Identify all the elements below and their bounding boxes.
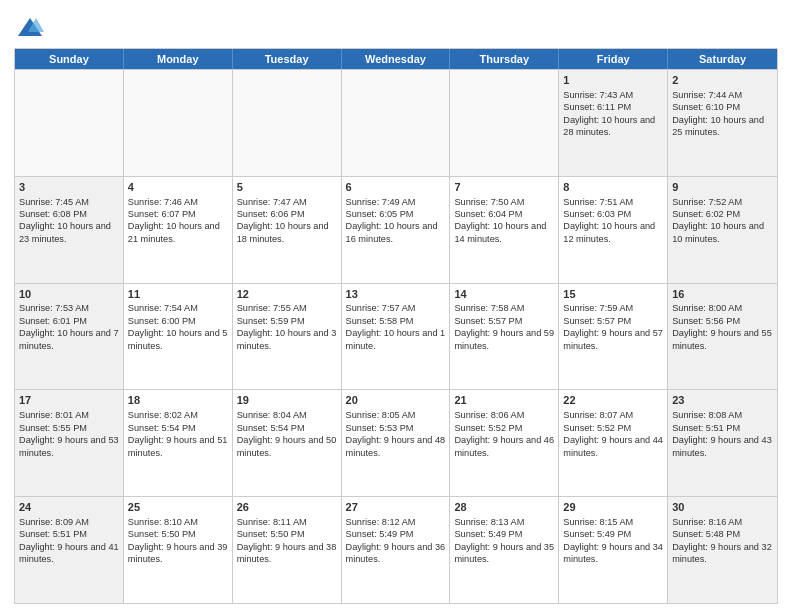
logo xyxy=(14,14,44,42)
header xyxy=(14,10,778,42)
calendar-row-4: 17Sunrise: 8:01 AMSunset: 5:55 PMDayligh… xyxy=(15,389,777,496)
calendar: SundayMondayTuesdayWednesdayThursdayFrid… xyxy=(14,48,778,604)
day-number: 11 xyxy=(128,287,228,302)
calendar-cell: 8Sunrise: 7:51 AMSunset: 6:03 PMDaylight… xyxy=(559,177,668,283)
day-info: Sunrise: 7:57 AMSunset: 5:58 PMDaylight:… xyxy=(346,303,446,350)
calendar-cell xyxy=(233,70,342,176)
day-info: Sunrise: 8:16 AMSunset: 5:48 PMDaylight:… xyxy=(672,517,772,564)
day-header-thursday: Thursday xyxy=(450,49,559,69)
day-info: Sunrise: 7:55 AMSunset: 5:59 PMDaylight:… xyxy=(237,303,337,350)
calendar-cell: 12Sunrise: 7:55 AMSunset: 5:59 PMDayligh… xyxy=(233,284,342,390)
day-number: 22 xyxy=(563,393,663,408)
day-number: 15 xyxy=(563,287,663,302)
day-info: Sunrise: 7:45 AMSunset: 6:08 PMDaylight:… xyxy=(19,197,111,244)
day-number: 24 xyxy=(19,500,119,515)
calendar-row-2: 3Sunrise: 7:45 AMSunset: 6:08 PMDaylight… xyxy=(15,176,777,283)
calendar-cell: 23Sunrise: 8:08 AMSunset: 5:51 PMDayligh… xyxy=(668,390,777,496)
day-number: 30 xyxy=(672,500,773,515)
calendar-cell: 13Sunrise: 7:57 AMSunset: 5:58 PMDayligh… xyxy=(342,284,451,390)
day-number: 3 xyxy=(19,180,119,195)
day-number: 6 xyxy=(346,180,446,195)
day-number: 18 xyxy=(128,393,228,408)
calendar-row-3: 10Sunrise: 7:53 AMSunset: 6:01 PMDayligh… xyxy=(15,283,777,390)
logo-icon xyxy=(16,14,44,42)
calendar-cell: 30Sunrise: 8:16 AMSunset: 5:48 PMDayligh… xyxy=(668,497,777,603)
day-info: Sunrise: 8:08 AMSunset: 5:51 PMDaylight:… xyxy=(672,410,772,457)
calendar-cell: 15Sunrise: 7:59 AMSunset: 5:57 PMDayligh… xyxy=(559,284,668,390)
day-number: 23 xyxy=(672,393,773,408)
calendar-cell: 5Sunrise: 7:47 AMSunset: 6:06 PMDaylight… xyxy=(233,177,342,283)
day-number: 17 xyxy=(19,393,119,408)
day-info: Sunrise: 8:10 AMSunset: 5:50 PMDaylight:… xyxy=(128,517,228,564)
day-info: Sunrise: 8:11 AMSunset: 5:50 PMDaylight:… xyxy=(237,517,337,564)
day-number: 12 xyxy=(237,287,337,302)
day-info: Sunrise: 8:09 AMSunset: 5:51 PMDaylight:… xyxy=(19,517,119,564)
day-number: 19 xyxy=(237,393,337,408)
day-info: Sunrise: 8:15 AMSunset: 5:49 PMDaylight:… xyxy=(563,517,663,564)
day-number: 29 xyxy=(563,500,663,515)
calendar-cell: 2Sunrise: 7:44 AMSunset: 6:10 PMDaylight… xyxy=(668,70,777,176)
day-number: 14 xyxy=(454,287,554,302)
calendar-cell: 27Sunrise: 8:12 AMSunset: 5:49 PMDayligh… xyxy=(342,497,451,603)
day-number: 21 xyxy=(454,393,554,408)
calendar-cell: 3Sunrise: 7:45 AMSunset: 6:08 PMDaylight… xyxy=(15,177,124,283)
day-header-friday: Friday xyxy=(559,49,668,69)
calendar-cell: 14Sunrise: 7:58 AMSunset: 5:57 PMDayligh… xyxy=(450,284,559,390)
day-number: 13 xyxy=(346,287,446,302)
page: SundayMondayTuesdayWednesdayThursdayFrid… xyxy=(0,0,792,612)
calendar-cell xyxy=(450,70,559,176)
day-number: 20 xyxy=(346,393,446,408)
day-number: 27 xyxy=(346,500,446,515)
calendar-cell: 20Sunrise: 8:05 AMSunset: 5:53 PMDayligh… xyxy=(342,390,451,496)
calendar-cell: 9Sunrise: 7:52 AMSunset: 6:02 PMDaylight… xyxy=(668,177,777,283)
calendar-header-row: SundayMondayTuesdayWednesdayThursdayFrid… xyxy=(15,49,777,69)
day-number: 25 xyxy=(128,500,228,515)
day-info: Sunrise: 8:12 AMSunset: 5:49 PMDaylight:… xyxy=(346,517,446,564)
calendar-cell: 24Sunrise: 8:09 AMSunset: 5:51 PMDayligh… xyxy=(15,497,124,603)
calendar-cell: 21Sunrise: 8:06 AMSunset: 5:52 PMDayligh… xyxy=(450,390,559,496)
calendar-cell: 16Sunrise: 8:00 AMSunset: 5:56 PMDayligh… xyxy=(668,284,777,390)
day-info: Sunrise: 8:07 AMSunset: 5:52 PMDaylight:… xyxy=(563,410,663,457)
calendar-cell xyxy=(15,70,124,176)
day-number: 7 xyxy=(454,180,554,195)
day-header-tuesday: Tuesday xyxy=(233,49,342,69)
day-info: Sunrise: 7:54 AMSunset: 6:00 PMDaylight:… xyxy=(128,303,228,350)
day-number: 9 xyxy=(672,180,773,195)
day-info: Sunrise: 7:59 AMSunset: 5:57 PMDaylight:… xyxy=(563,303,663,350)
day-info: Sunrise: 7:44 AMSunset: 6:10 PMDaylight:… xyxy=(672,90,764,137)
day-info: Sunrise: 8:13 AMSunset: 5:49 PMDaylight:… xyxy=(454,517,554,564)
calendar-cell: 25Sunrise: 8:10 AMSunset: 5:50 PMDayligh… xyxy=(124,497,233,603)
day-number: 8 xyxy=(563,180,663,195)
calendar-cell: 7Sunrise: 7:50 AMSunset: 6:04 PMDaylight… xyxy=(450,177,559,283)
day-number: 26 xyxy=(237,500,337,515)
day-number: 16 xyxy=(672,287,773,302)
day-info: Sunrise: 7:58 AMSunset: 5:57 PMDaylight:… xyxy=(454,303,554,350)
day-info: Sunrise: 7:51 AMSunset: 6:03 PMDaylight:… xyxy=(563,197,655,244)
day-info: Sunrise: 7:49 AMSunset: 6:05 PMDaylight:… xyxy=(346,197,438,244)
day-number: 4 xyxy=(128,180,228,195)
calendar-cell: 26Sunrise: 8:11 AMSunset: 5:50 PMDayligh… xyxy=(233,497,342,603)
day-info: Sunrise: 7:47 AMSunset: 6:06 PMDaylight:… xyxy=(237,197,329,244)
day-info: Sunrise: 7:50 AMSunset: 6:04 PMDaylight:… xyxy=(454,197,546,244)
calendar-cell xyxy=(124,70,233,176)
day-info: Sunrise: 8:01 AMSunset: 5:55 PMDaylight:… xyxy=(19,410,119,457)
calendar-body: 1Sunrise: 7:43 AMSunset: 6:11 PMDaylight… xyxy=(15,69,777,603)
day-info: Sunrise: 8:00 AMSunset: 5:56 PMDaylight:… xyxy=(672,303,772,350)
day-info: Sunrise: 8:06 AMSunset: 5:52 PMDaylight:… xyxy=(454,410,554,457)
calendar-row-5: 24Sunrise: 8:09 AMSunset: 5:51 PMDayligh… xyxy=(15,496,777,603)
day-number: 1 xyxy=(563,73,663,88)
calendar-cell: 11Sunrise: 7:54 AMSunset: 6:00 PMDayligh… xyxy=(124,284,233,390)
calendar-cell: 6Sunrise: 7:49 AMSunset: 6:05 PMDaylight… xyxy=(342,177,451,283)
calendar-cell: 18Sunrise: 8:02 AMSunset: 5:54 PMDayligh… xyxy=(124,390,233,496)
day-number: 2 xyxy=(672,73,773,88)
day-header-saturday: Saturday xyxy=(668,49,777,69)
calendar-cell xyxy=(342,70,451,176)
calendar-cell: 10Sunrise: 7:53 AMSunset: 6:01 PMDayligh… xyxy=(15,284,124,390)
day-info: Sunrise: 7:46 AMSunset: 6:07 PMDaylight:… xyxy=(128,197,220,244)
calendar-cell: 28Sunrise: 8:13 AMSunset: 5:49 PMDayligh… xyxy=(450,497,559,603)
calendar-cell: 22Sunrise: 8:07 AMSunset: 5:52 PMDayligh… xyxy=(559,390,668,496)
day-info: Sunrise: 7:53 AMSunset: 6:01 PMDaylight:… xyxy=(19,303,119,350)
calendar-cell: 1Sunrise: 7:43 AMSunset: 6:11 PMDaylight… xyxy=(559,70,668,176)
day-number: 28 xyxy=(454,500,554,515)
calendar-cell: 4Sunrise: 7:46 AMSunset: 6:07 PMDaylight… xyxy=(124,177,233,283)
